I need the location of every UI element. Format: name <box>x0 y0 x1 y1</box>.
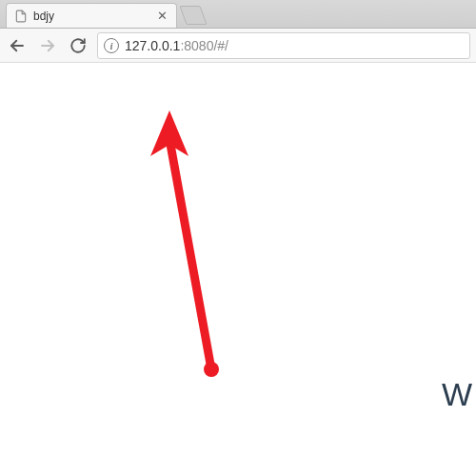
svg-line-2 <box>169 139 211 369</box>
url-host: 127.0.0.1 <box>125 38 180 53</box>
browser-tab[interactable]: bdjy ✕ <box>6 3 177 28</box>
url-path: :8080/#/ <box>180 38 228 53</box>
close-icon[interactable]: ✕ <box>155 10 169 23</box>
tab-title: bdjy <box>33 10 149 23</box>
reload-button[interactable] <box>67 34 89 57</box>
address-bar[interactable]: i 127.0.0.1:8080/#/ <box>97 32 470 59</box>
page-viewport: W <box>0 63 476 476</box>
tab-strip: bdjy ✕ <box>0 0 476 29</box>
new-tab-button[interactable] <box>179 6 207 25</box>
annotation-arrow <box>143 110 257 377</box>
page-heading-fragment: W <box>442 376 472 413</box>
svg-marker-3 <box>150 110 188 156</box>
file-icon <box>14 10 28 23</box>
forward-button[interactable] <box>36 34 59 57</box>
back-button[interactable] <box>6 34 29 57</box>
url-text: 127.0.0.1:8080/#/ <box>125 38 228 53</box>
svg-point-4 <box>204 362 219 377</box>
toolbar: i 127.0.0.1:8080/#/ <box>0 29 476 63</box>
site-info-icon[interactable]: i <box>104 38 119 53</box>
